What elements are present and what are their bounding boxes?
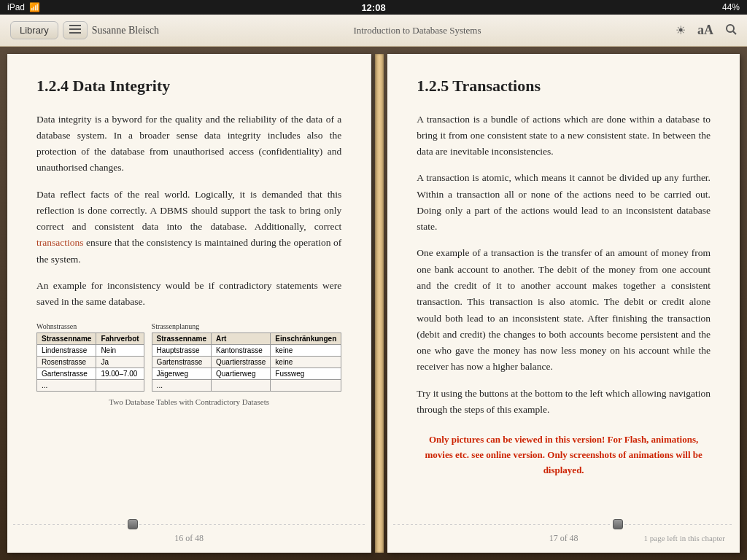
svg-line-4 <box>733 31 736 34</box>
table-row: GartenstrasseQuartierstrassekeine <box>152 356 341 368</box>
table-row: JägerwegQuartierwegFussweg <box>152 368 341 379</box>
status-bar: iPad 📶 12:08 44% <box>0 0 747 15</box>
table-row: ... <box>37 379 144 391</box>
table1-col2-header: Fahrverbot <box>96 332 144 344</box>
right-paragraph-3: One example of a transaction is the tran… <box>417 245 711 375</box>
left-paragraph-2: Data reflect facts of the real world. Lo… <box>36 187 341 268</box>
book-container: 1.2.4 Data Integrity Data integrity is a… <box>0 47 747 560</box>
table2-wrapper: Strassenplanung Strassenname Art Einschr… <box>152 322 342 392</box>
chapter-note: 1 page left in this chapter <box>644 534 726 542</box>
table2-col1-header: Strassenname <box>152 332 211 344</box>
tables-container: Wohnstrassen Strassenname Fahrverbot Lin… <box>36 322 341 392</box>
library-button[interactable]: Library <box>10 21 58 39</box>
table2-col3-header: Einschränkungen <box>271 332 341 344</box>
device-label: iPad <box>7 2 25 12</box>
toc-icon <box>69 25 81 34</box>
book-title: Introduction to Database Systems <box>353 25 481 36</box>
table1-col1-header: Strassenname <box>37 332 96 344</box>
table2-title: Strassenplanung <box>152 322 342 330</box>
book-spine <box>375 54 384 553</box>
svg-point-3 <box>727 25 734 32</box>
right-chapter-title: 1.2.5 Transactions <box>417 76 711 97</box>
table2: Strassenname Art Einschränkungen Hauptst… <box>152 332 342 392</box>
left-paragraph-1: Data integrity is a byword for the quali… <box>36 112 341 176</box>
right-paragraph-4: Try it using the buttons at the bottom t… <box>417 386 711 419</box>
table-row: Gartenstrasse19.00–7.00 <box>37 368 144 379</box>
wifi-icon: 📶 <box>29 2 40 12</box>
right-page: 1.2.5 Transactions A transaction is a bu… <box>387 54 740 553</box>
left-page-footer: 16 of 48 <box>7 524 371 553</box>
nav-bar: Library Susanne Bleisch Introduction to … <box>0 15 747 47</box>
brightness-icon[interactable]: ☀ <box>676 23 686 37</box>
left-paragraph-3: An example for inconsistency would be if… <box>36 278 341 311</box>
table1: Strassenname Fahrverbot LindenstrasseNei… <box>36 332 144 392</box>
toc-button[interactable] <box>63 21 88 39</box>
right-page-content: 1.2.5 Transactions A transaction is a bu… <box>387 54 740 524</box>
right-paragraph-2: A transaction is atomic, which means it … <box>417 170 711 235</box>
right-page-number: 17 of 48 <box>549 533 578 544</box>
svg-rect-0 <box>69 25 81 26</box>
table-row: LindenstrasseNein <box>37 344 144 356</box>
right-paragraph-1: A transaction is a bundle of actions whi… <box>417 112 711 160</box>
search-icon[interactable] <box>725 23 737 38</box>
right-page-footer: 17 of 48 1 page left in this chapter <box>387 524 740 553</box>
battery-indicator: 44% <box>722 2 740 12</box>
table1-wrapper: Wohnstrassen Strassenname Fahrverbot Lin… <box>36 322 144 392</box>
svg-rect-1 <box>69 28 81 30</box>
font-size-icon[interactable]: aA <box>697 23 713 38</box>
table-row: HauptstrasseKantonstrassekeine <box>152 344 341 356</box>
table-row: RosenstrasseJa <box>37 356 144 368</box>
time-display: 12:08 <box>361 2 385 13</box>
table1-title: Wohnstrassen <box>36 322 144 330</box>
table-row: ... <box>152 379 341 391</box>
table2-col2-header: Art <box>211 332 270 344</box>
transactions-link[interactable]: transactions <box>36 237 83 248</box>
table-caption: Two Database Tables with Contradictory D… <box>36 397 341 406</box>
author-name: Susanne Bleisch <box>92 25 159 36</box>
left-page-content: 1.2.4 Data Integrity Data integrity is a… <box>7 54 371 524</box>
left-chapter-title: 1.2.4 Data Integrity <box>36 76 341 97</box>
left-page: 1.2.4 Data Integrity Data integrity is a… <box>7 54 371 553</box>
svg-rect-2 <box>69 32 81 34</box>
flash-warning: Only pictures can be viewed in this vers… <box>417 432 711 478</box>
left-page-number: 16 of 48 <box>174 533 204 544</box>
